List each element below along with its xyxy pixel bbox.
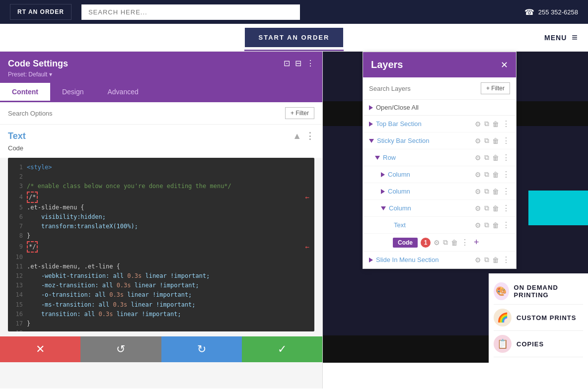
layer-delete-icon[interactable]: 🗑 xyxy=(492,256,499,264)
layer-item-icons: ⚙ ⧉ 🗑 ⋮ xyxy=(475,119,510,129)
layer-item-column-3[interactable]: Column ⚙ ⧉ 🗑 ⋮ xyxy=(363,200,516,217)
layer-item-slide-in[interactable]: Slide In Menu Section ⚙ ⧉ 🗑 ⋮ xyxy=(363,252,516,268)
layer-name[interactable]: Column xyxy=(389,204,472,212)
layers-close-button[interactable]: ✕ xyxy=(501,60,508,70)
layer-delete-icon[interactable]: 🗑 xyxy=(492,154,499,162)
layer-delete-icon[interactable]: 🗑 xyxy=(492,204,499,212)
custom-icon: 🌈 xyxy=(494,309,512,326)
save-button[interactable]: ✓ xyxy=(242,336,322,362)
more-options-icon[interactable]: ⋮ xyxy=(305,130,314,141)
print-item-ondemand[interactable]: 🎨 ON DEMAND PRINTING xyxy=(494,278,583,305)
layers-search-input[interactable] xyxy=(369,85,477,92)
layer-item-code[interactable]: Code 1 ⚙ ⧉ 🗑 ⋮ + xyxy=(363,234,516,252)
secondary-start-order-button[interactable]: START AN ORDER xyxy=(245,28,344,47)
layer-item-row[interactable]: Row ⚙ ⧉ 🗑 ⋮ xyxy=(363,149,516,166)
layer-item-icons: ⚙ ⧉ 🗑 ⋮ xyxy=(475,255,510,264)
print-item-custom[interactable]: 🌈 CUSTOM PRINTS xyxy=(494,305,583,331)
layer-delete-icon[interactable]: 🗑 xyxy=(492,188,499,195)
layer-copy-icon[interactable]: ⧉ xyxy=(443,238,448,247)
secondary-nav: START AN ORDER MENU ≡ xyxy=(0,24,588,52)
layer-item-sticky-bar[interactable]: Sticky Bar Section ⚙ ⧉ 🗑 ⋮ xyxy=(363,132,516,149)
layer-item-column-1[interactable]: Column ⚙ ⧉ 🗑 ⋮ xyxy=(363,166,516,183)
layer-gear-icon[interactable]: ⚙ xyxy=(475,204,481,212)
layer-more-icon[interactable]: ⋮ xyxy=(502,153,510,162)
layer-more-icon[interactable]: ⋮ xyxy=(502,119,510,129)
layer-gear-icon[interactable]: ⚙ xyxy=(475,120,481,128)
top-nav-start-order-button[interactable]: RT AN ORDER xyxy=(10,4,72,20)
code-line-9: 9 */ ← xyxy=(13,241,309,253)
layer-item-icons: ⚙ ⧉ 🗑 ⋮ xyxy=(475,170,510,179)
layer-more-icon[interactable]: ⋮ xyxy=(502,187,510,196)
layers-header: Layers ✕ xyxy=(363,52,516,77)
layer-delete-icon[interactable]: 🗑 xyxy=(492,137,499,145)
layer-copy-icon[interactable]: ⧉ xyxy=(484,221,489,229)
layer-item-column-2[interactable]: Column ⚙ ⧉ 🗑 ⋮ xyxy=(363,183,516,200)
layer-name[interactable]: Text xyxy=(394,221,472,229)
layer-copy-icon[interactable]: ⧉ xyxy=(484,256,489,264)
tab-advanced[interactable]: Advanced xyxy=(95,83,150,102)
cancel-button[interactable]: ✕ xyxy=(0,336,80,362)
layer-gear-icon[interactable]: ⚙ xyxy=(475,171,481,179)
tab-design[interactable]: Design xyxy=(50,83,96,102)
layer-name[interactable]: Top Bar Section xyxy=(376,120,472,128)
layer-item-text[interactable]: Text ⚙ ⧉ 🗑 ⋮ xyxy=(363,217,516,234)
open-close-all[interactable]: Open/Close All xyxy=(363,100,516,116)
code-editor[interactable]: 1 <style> 2 3 /* enable class below once… xyxy=(8,158,314,331)
layer-name[interactable]: Sticky Bar Section xyxy=(377,137,472,144)
panel-more-icon[interactable]: ⋮ xyxy=(306,59,314,68)
top-nav-search-input[interactable] xyxy=(81,4,300,20)
layer-name[interactable]: Row xyxy=(383,154,472,161)
layer-gear-icon[interactable]: ⚙ xyxy=(475,154,481,162)
add-button[interactable]: + xyxy=(474,237,479,248)
layer-delete-icon[interactable]: 🗑 xyxy=(451,239,458,247)
undo-button[interactable]: ↺ xyxy=(80,336,161,362)
layer-more-icon[interactable]: ⋮ xyxy=(502,203,510,213)
tri-down-icon xyxy=(381,206,386,210)
code-line-8: 8 } xyxy=(13,231,309,241)
layer-copy-icon[interactable]: ⧉ xyxy=(484,120,489,128)
panel-header-icons: ⊡ ⊟ ⋮ xyxy=(284,59,314,68)
layer-copy-icon[interactable]: ⧉ xyxy=(484,204,489,212)
collapse-icon[interactable]: ▲ xyxy=(293,131,301,141)
ondemand-label: ON DEMAND PRINTING xyxy=(514,284,583,299)
layer-delete-icon[interactable]: 🗑 xyxy=(492,221,499,229)
layer-gear-icon[interactable]: ⚙ xyxy=(475,256,481,264)
phone-icon: ☎ xyxy=(524,7,534,17)
layer-item-top-bar[interactable]: Top Bar Section ⚙ ⧉ 🗑 ⋮ xyxy=(363,116,516,132)
layer-delete-icon[interactable]: 🗑 xyxy=(492,120,499,128)
layers-filter-button[interactable]: + Filter xyxy=(481,82,510,94)
code-line-16: 16 transition: all 0.3s linear !importan… xyxy=(13,310,309,319)
panel-preset-dropdown[interactable]: Preset: Default ▾ xyxy=(8,71,68,78)
layer-more-icon[interactable]: ⋮ xyxy=(502,255,510,264)
layer-name[interactable]: Column xyxy=(388,171,472,178)
layer-name[interactable]: Column xyxy=(388,188,472,195)
layer-more-icon[interactable]: ⋮ xyxy=(502,136,510,145)
print-item-copies[interactable]: 📋 COPIES xyxy=(494,331,583,357)
layer-item-icons: ⚙ ⧉ 🗑 ⋮ xyxy=(475,220,510,230)
panel-split-icon[interactable]: ⊟ xyxy=(295,59,301,68)
layer-more-icon[interactable]: ⋮ xyxy=(461,238,469,247)
highlight-box-4: /* xyxy=(27,192,38,203)
layer-gear-icon[interactable]: ⚙ xyxy=(475,137,481,145)
panel-expand-icon[interactable]: ⊡ xyxy=(284,59,290,68)
layer-name[interactable]: Slide In Menu Section xyxy=(376,256,472,263)
redo-button[interactable]: ↻ xyxy=(161,336,242,362)
arrow-9: ← xyxy=(305,241,309,252)
layer-gear-icon[interactable]: ⚙ xyxy=(434,239,440,247)
code-line-13: 13 -moz-transition: all 0.3s linear !imp… xyxy=(13,281,309,290)
search-options-input[interactable] xyxy=(8,110,280,117)
filter-button[interactable]: + Filter xyxy=(285,107,314,119)
layer-copy-icon[interactable]: ⧉ xyxy=(484,187,489,195)
code-line-1: 1 <style> xyxy=(13,163,309,172)
tab-content[interactable]: Content xyxy=(0,83,50,102)
layer-copy-icon[interactable]: ⧉ xyxy=(484,153,489,162)
layer-gear-icon[interactable]: ⚙ xyxy=(475,188,481,195)
layer-more-icon[interactable]: ⋮ xyxy=(502,220,510,230)
layer-delete-icon[interactable]: 🗑 xyxy=(492,171,499,179)
layer-gear-icon[interactable]: ⚙ xyxy=(475,221,481,229)
menu-toggle[interactable]: MENU ≡ xyxy=(544,32,578,43)
layer-copy-icon[interactable]: ⧉ xyxy=(484,136,489,145)
text-section: Text ▲ ⋮ Code xyxy=(0,125,322,158)
layer-copy-icon[interactable]: ⧉ xyxy=(484,170,489,179)
layer-more-icon[interactable]: ⋮ xyxy=(502,170,510,179)
